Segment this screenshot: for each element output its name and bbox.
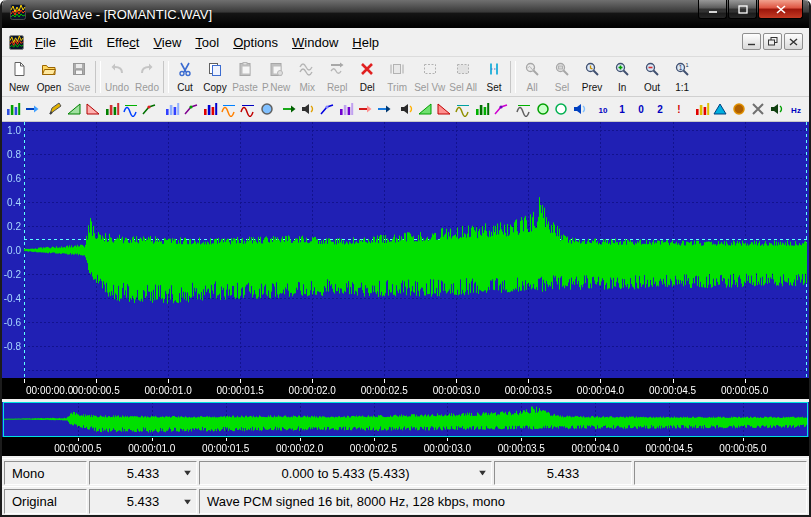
status-position[interactable]: 5.433 bbox=[89, 489, 197, 514]
warning-button[interactable]: ! bbox=[670, 100, 687, 119]
set-selection-button[interactable]: Set bbox=[479, 59, 509, 95]
status-view-length: 5.433 bbox=[494, 461, 632, 485]
new-button[interactable]: New bbox=[4, 59, 34, 95]
fade-out-button[interactable] bbox=[436, 100, 453, 119]
pitch-button[interactable] bbox=[319, 100, 336, 119]
zoom-in-button[interactable]: In bbox=[607, 59, 637, 95]
mdi-close-button[interactable] bbox=[784, 33, 803, 50]
noise-reduction-button[interactable] bbox=[515, 100, 532, 119]
cue-points-button[interactable] bbox=[731, 100, 748, 119]
svg-text:Hz: Hz bbox=[791, 106, 801, 115]
pan-button[interactable] bbox=[300, 100, 317, 119]
menu-view[interactable]: View bbox=[146, 30, 188, 55]
replace-wave-icon bbox=[329, 61, 345, 81]
maximize-volume-button[interactable] bbox=[474, 100, 491, 119]
svg-text:2: 2 bbox=[657, 104, 663, 115]
shuffle-button[interactable] bbox=[24, 100, 41, 119]
smoother-button[interactable] bbox=[553, 100, 570, 119]
zoom-in-icon bbox=[614, 61, 630, 81]
menu-help[interactable]: Help bbox=[345, 30, 386, 55]
spectrogram-button[interactable] bbox=[712, 100, 729, 119]
cut-button[interactable]: Cut bbox=[170, 59, 200, 95]
copy-pages-icon bbox=[207, 61, 223, 81]
zoom-out-button[interactable]: Out bbox=[637, 59, 667, 95]
flanger-button[interactable] bbox=[220, 100, 237, 119]
overview-canvas[interactable] bbox=[2, 402, 809, 437]
minimize-button[interactable] bbox=[698, 0, 727, 19]
redo-arrow-icon bbox=[139, 61, 155, 81]
zoom-tenth-button[interactable]: 0 bbox=[633, 100, 650, 119]
effects-toolbar: 10102!Hz bbox=[2, 97, 809, 122]
toolbar-button-label: P.New bbox=[262, 82, 290, 93]
reverse-button[interactable] bbox=[356, 100, 373, 119]
menu-edit[interactable]: Edit bbox=[63, 30, 99, 55]
waveform-main-view bbox=[2, 122, 809, 378]
toolbar-button-label: Del bbox=[360, 82, 375, 93]
pop-removal-button[interactable] bbox=[534, 100, 551, 119]
toolbar-button-label: Sel Vw bbox=[414, 82, 445, 93]
playlist-button[interactable] bbox=[5, 100, 22, 119]
zoom-tenth-icon: 0 bbox=[633, 101, 649, 117]
fade-in-button[interactable] bbox=[417, 100, 434, 119]
dropdown-arrow-icon[interactable] bbox=[184, 471, 191, 476]
volume-button[interactable] bbox=[398, 100, 415, 119]
shape-volume-button[interactable] bbox=[492, 100, 509, 119]
overview-time-axis-canvas bbox=[2, 437, 809, 456]
channel-right-button[interactable] bbox=[84, 100, 101, 119]
monitor-button[interactable] bbox=[769, 100, 786, 119]
zoom-1-1-button[interactable]: 111:1 bbox=[667, 59, 697, 95]
zoom-10-button[interactable]: 10 bbox=[595, 100, 612, 119]
waveform-canvas[interactable] bbox=[2, 122, 809, 378]
titlebar[interactable]: GoldWave - [ROMANTIC.WAV] bbox=[2, 0, 809, 28]
spectrum-button[interactable] bbox=[693, 100, 710, 119]
zoom-1-button[interactable]: 1 bbox=[614, 100, 631, 119]
menu-tool[interactable]: Tool bbox=[188, 30, 226, 55]
status-selection-range[interactable]: 0.000 to 5.433 (5.433) bbox=[199, 461, 492, 485]
reverb-button[interactable] bbox=[338, 100, 355, 119]
voice-over-button[interactable] bbox=[572, 100, 589, 119]
mdi-minimize-button[interactable] bbox=[742, 33, 761, 50]
cut-scissors-icon bbox=[177, 61, 193, 81]
copy-button[interactable]: Copy bbox=[200, 59, 230, 95]
offset-button[interactable] bbox=[281, 100, 298, 119]
dropdown-arrow-icon[interactable] bbox=[479, 471, 486, 476]
mechanize-button[interactable] bbox=[258, 100, 275, 119]
dynamics-button[interactable] bbox=[141, 100, 158, 119]
playlist-icon bbox=[5, 101, 21, 117]
mdi-restore-button[interactable] bbox=[763, 33, 782, 50]
edit-points-button[interactable] bbox=[47, 100, 64, 119]
doppler-button[interactable] bbox=[122, 100, 139, 119]
filter-button[interactable] bbox=[183, 100, 200, 119]
equalizer-button[interactable] bbox=[202, 100, 219, 119]
document-system-menu-icon[interactable] bbox=[6, 32, 26, 52]
preset-2-button[interactable]: 2 bbox=[651, 100, 668, 119]
toolbar-button-label: Save bbox=[68, 82, 91, 93]
menu-options[interactable]: Options bbox=[226, 30, 285, 55]
dropdown-arrow-icon[interactable] bbox=[184, 499, 191, 504]
status-total-length[interactable]: 5.433 bbox=[89, 461, 197, 485]
zoom-previous-icon bbox=[584, 61, 600, 81]
channel-both-button[interactable] bbox=[103, 100, 120, 119]
grid-toggle-button[interactable] bbox=[750, 100, 767, 119]
channel-left-button[interactable] bbox=[66, 100, 83, 119]
maximize-volume-icon bbox=[474, 101, 490, 117]
maximize-button[interactable] bbox=[728, 0, 757, 19]
resample-button[interactable]: Hz bbox=[787, 100, 804, 119]
cue-points-icon bbox=[731, 101, 747, 117]
menu-file[interactable]: File bbox=[28, 30, 63, 55]
menu-window[interactable]: Window bbox=[285, 30, 345, 55]
zoom-previous-button[interactable]: Prev bbox=[577, 59, 607, 95]
match-volume-button[interactable] bbox=[455, 100, 472, 119]
delete-button[interactable]: Del bbox=[352, 59, 382, 95]
close-button[interactable] bbox=[758, 0, 803, 19]
echo-button[interactable] bbox=[164, 100, 181, 119]
redo-button: Redo bbox=[132, 59, 162, 95]
menu-effect[interactable]: Effect bbox=[99, 30, 146, 55]
invert-button[interactable] bbox=[239, 100, 256, 119]
filter-icon bbox=[183, 101, 199, 117]
volume-icon bbox=[399, 101, 415, 117]
time-warp-button[interactable] bbox=[375, 100, 392, 119]
open-button[interactable]: Open bbox=[34, 59, 64, 95]
toolbar-button-label: Cut bbox=[177, 82, 193, 93]
toolbar-button-label: Sel bbox=[555, 82, 569, 93]
